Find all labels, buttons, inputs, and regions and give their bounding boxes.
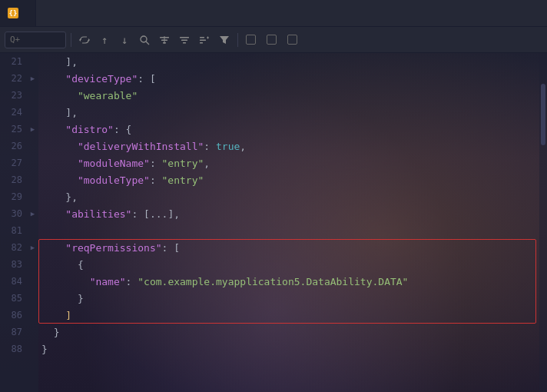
line-number: 21: [0, 56, 27, 67]
token: :: [126, 276, 138, 287]
line-num-row: 21: [0, 53, 38, 70]
token: "abilities": [65, 208, 131, 220]
line-num-row: 28: [0, 171, 38, 188]
line-num-row: 81: [0, 222, 38, 239]
funnel-button[interactable]: [216, 32, 233, 48]
token: }: [41, 344, 48, 355]
toolbar: Q+ ↑ ↓: [0, 27, 547, 53]
line-numbers: 2122▶232425▶2627282930▶8182▶838485868788: [0, 53, 38, 392]
token: ],: [167, 208, 180, 220]
code-area[interactable]: ], "deviceType": [ "wearable" ], "distro…: [38, 53, 539, 392]
svg-rect-13: [200, 42, 203, 44]
fold-indicator[interactable]: ▶: [27, 210, 38, 218]
search-box[interactable]: Q+: [5, 32, 66, 48]
fold-indicator[interactable]: ▶: [27, 75, 38, 82]
token: {: [41, 259, 84, 271]
line-num-row: 27: [0, 154, 38, 171]
token: [41, 208, 65, 220]
line-num-row: 25▶: [0, 121, 38, 138]
token: ,: [240, 141, 246, 152]
code-line: ],: [41, 53, 539, 70]
words-checkbox[interactable]: [267, 35, 277, 45]
file-icon: {}: [8, 8, 18, 18]
token: ],: [41, 56, 78, 68]
search-icon: Q+: [10, 35, 20, 45]
tab-bar: {}: [0, 0, 547, 27]
line-num-row: 85: [0, 290, 38, 307]
line-number: 86: [0, 310, 27, 321]
scrollbar-thumb[interactable]: [541, 84, 545, 145]
navigate-down-button[interactable]: ↓: [116, 32, 133, 48]
navigate-up-button[interactable]: ↑: [96, 32, 113, 48]
code-line: "moduleType": "entry": [41, 171, 539, 188]
fold-indicator[interactable]: ▶: [27, 125, 38, 133]
separator-2: [237, 33, 238, 47]
token: : [: [162, 242, 180, 254]
find-button[interactable]: [136, 32, 153, 48]
token: :: [150, 158, 162, 169]
filter-button-3[interactable]: [196, 32, 213, 48]
token: },: [41, 191, 78, 203]
line-number: 84: [0, 276, 27, 287]
tab-config-json[interactable]: {}: [0, 0, 36, 26]
token: [41, 124, 65, 135]
line-num-row: 88: [0, 341, 38, 357]
code-line: "distro": {: [41, 121, 539, 138]
code-line: "reqPermissions": [: [41, 239, 539, 256]
token: [41, 174, 78, 186]
line-number: 83: [0, 259, 27, 270]
token: ...: [150, 208, 167, 220]
line-number: 28: [0, 174, 27, 185]
token: [41, 276, 90, 287]
match-case-checkbox[interactable]: [246, 35, 256, 45]
svg-marker-16: [220, 36, 229, 44]
line-number: 29: [0, 191, 27, 202]
line-number: 82: [0, 242, 27, 253]
code-line: "name": "com.example.myapplication5.Data…: [41, 273, 539, 290]
token: "deviceType": [65, 73, 138, 85]
token: "distro": [65, 124, 114, 135]
token: : [: [131, 208, 149, 220]
line-num-row: 86: [0, 307, 38, 324]
svg-point-2: [141, 36, 147, 42]
line-num-row: 84: [0, 273, 38, 290]
code-line: }: [41, 324, 539, 341]
code-line: "abilities": [...],: [41, 205, 539, 222]
separator-1: [71, 33, 71, 47]
line-number: 22: [0, 73, 27, 84]
token: ]: [41, 310, 71, 321]
token: }: [41, 293, 84, 304]
code-line: "deliveryWithInstall": true,: [41, 138, 539, 154]
line-num-row: 24: [0, 104, 38, 121]
regex-option[interactable]: [287, 35, 300, 45]
line-number: 26: [0, 141, 27, 151]
token: ,: [204, 158, 210, 169]
token: ],: [41, 107, 78, 118]
filter-button-1[interactable]: [156, 32, 173, 48]
token: :: [204, 141, 216, 152]
token: }: [41, 327, 59, 338]
line-number: 87: [0, 327, 27, 337]
line-number: 30: [0, 208, 27, 219]
replace-button[interactable]: [76, 32, 93, 48]
words-option[interactable]: [267, 35, 280, 45]
code-line: ]: [41, 307, 539, 324]
scrollbar[interactable]: [539, 53, 547, 392]
token: "reqPermissions": [65, 242, 161, 254]
line-number: 85: [0, 293, 27, 304]
line-num-row: 23: [0, 87, 38, 104]
line-num-row: 87: [0, 324, 38, 341]
svg-line-3: [146, 42, 149, 45]
token: "moduleName": [78, 158, 150, 169]
match-case-option[interactable]: [246, 35, 259, 45]
regex-checkbox[interactable]: [287, 35, 297, 45]
code-line: "moduleName": "entry",: [41, 154, 539, 171]
code-line: ],: [41, 104, 539, 121]
line-num-row: 83: [0, 256, 38, 273]
token: [41, 158, 78, 169]
token: "entry": [162, 158, 204, 169]
line-num-row: 26: [0, 138, 38, 154]
fold-indicator[interactable]: ▶: [27, 244, 38, 251]
filter-button-2[interactable]: [176, 32, 193, 48]
code-line: }: [41, 341, 539, 357]
